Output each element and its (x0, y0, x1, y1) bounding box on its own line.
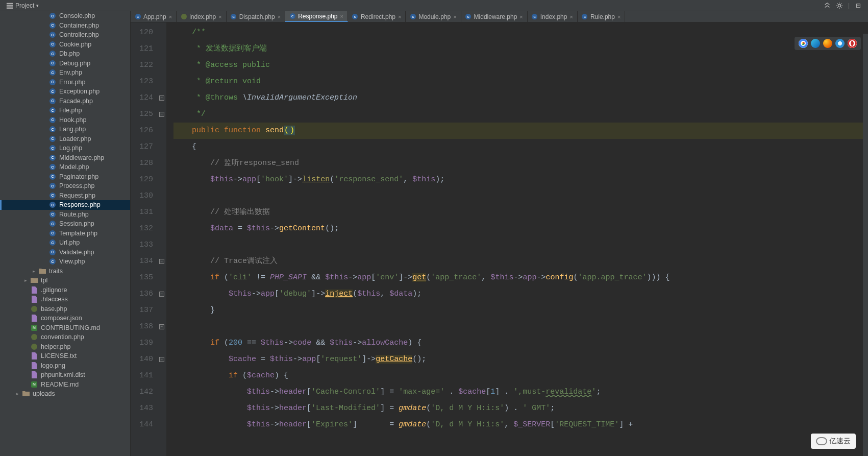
editor-tab[interactable]: CIndex.php× (528, 11, 578, 22)
code-line[interactable]: if (200 == $this->code && $this->allowCa… (173, 335, 868, 351)
chrome-icon[interactable] (799, 39, 808, 48)
tree-file[interactable]: CLoader.php (0, 134, 130, 144)
fold-marker[interactable] (157, 368, 166, 384)
tree-file[interactable]: CValidate.php (0, 248, 130, 257)
firefox-icon[interactable] (823, 39, 832, 48)
tree-folder[interactable]: ▸tpl (0, 276, 130, 285)
tree-file[interactable]: CDb.php (0, 49, 130, 59)
fold-marker[interactable] (157, 302, 166, 319)
close-icon[interactable]: × (278, 14, 281, 20)
editor-tab[interactable]: CResponse.php× (285, 11, 348, 22)
editor-tab[interactable]: index.php× (177, 11, 226, 22)
close-icon[interactable]: × (218, 14, 221, 20)
tree-file[interactable]: CTemplate.php (0, 229, 130, 238)
fold-marker[interactable] (157, 270, 166, 286)
code-line[interactable] (173, 188, 868, 204)
safari-icon[interactable] (835, 39, 845, 48)
tree-file[interactable]: base.php (0, 304, 130, 314)
code-line[interactable]: /** (173, 25, 868, 41)
fold-marker[interactable] (157, 41, 166, 57)
tree-file[interactable]: .htaccess (0, 295, 130, 304)
close-icon[interactable]: × (569, 14, 573, 20)
tree-file[interactable]: CModel.php (0, 162, 130, 172)
project-dropdown-button[interactable]: Project ▾ (3, 1, 42, 10)
hide-panel-icon[interactable]: ⊟ (855, 2, 862, 9)
scrollbar-track[interactable] (863, 34, 868, 456)
tree-file[interactable]: MREADME.md (0, 380, 130, 390)
code-line[interactable]: // 监听response_send (173, 155, 868, 172)
code-line[interactable]: $this->app['debug']->inject($this, $data… (173, 286, 868, 302)
fold-marker[interactable] (157, 221, 166, 237)
editor-tab[interactable]: CRule.php× (578, 11, 625, 22)
fold-marker[interactable] (157, 74, 166, 90)
chevron-right-icon[interactable]: ▸ (33, 269, 38, 274)
code-line[interactable]: * 发送数据到客户端 (173, 41, 868, 57)
tree-file[interactable]: composer.json (0, 314, 130, 323)
editor-tab[interactable]: CApp.php× (131, 11, 177, 22)
tree-file[interactable]: CEnv.php (0, 68, 130, 78)
tree-file[interactable]: CDebug.php (0, 59, 130, 68)
tree-file[interactable]: CCookie.php (0, 40, 130, 50)
code-line[interactable]: * @return void (173, 74, 868, 90)
code-line[interactable] (173, 319, 868, 335)
tree-file[interactable]: CProcess.php (0, 181, 130, 191)
collapse-all-icon[interactable] (824, 2, 831, 9)
fold-marker[interactable] (157, 204, 166, 221)
tree-file[interactable]: CController.php (0, 30, 130, 40)
fold-minus-icon[interactable]: − (159, 357, 164, 362)
tree-file[interactable]: CError.php (0, 78, 130, 87)
fold-marker[interactable]: − (157, 351, 166, 368)
fold-marker[interactable] (157, 123, 166, 139)
tree-file[interactable]: CFacade.php (0, 97, 130, 106)
tree-file[interactable]: helper.php (0, 342, 130, 352)
tree-file[interactable]: CRoute.php (0, 210, 130, 220)
tree-file[interactable]: CSession.php (0, 219, 130, 229)
editor-tab[interactable]: CMiddleware.php× (461, 11, 528, 22)
fold-marker[interactable] (157, 57, 166, 74)
tree-folder[interactable]: ▸traits (0, 267, 130, 276)
editor-tab[interactable]: CModule.php× (406, 11, 461, 22)
fold-minus-icon[interactable]: − (159, 95, 164, 101)
fold-marker[interactable] (157, 237, 166, 253)
fold-marker[interactable] (157, 139, 166, 155)
code-line[interactable] (173, 237, 868, 253)
fold-marker[interactable]: − (157, 90, 166, 106)
tree-file[interactable]: CContainer.php (0, 21, 130, 31)
chevron-right-icon[interactable]: ▸ (24, 278, 30, 283)
editor-body[interactable]: 1201211221231241251261271281291301311321… (131, 22, 868, 456)
tree-file[interactable]: CLang.php (0, 125, 130, 134)
close-icon[interactable]: × (398, 14, 401, 20)
chevron-right-icon[interactable]: ▸ (16, 391, 21, 396)
code-line[interactable]: public function send() (173, 123, 868, 139)
tree-file[interactable]: .gitignore (0, 285, 130, 295)
editor-tab[interactable]: CDispatch.php× (227, 11, 285, 22)
tree-file[interactable]: CView.php (0, 257, 130, 267)
tree-file[interactable]: CConsole.php (0, 11, 130, 21)
tree-file[interactable]: CException.php (0, 87, 130, 97)
fold-gutter[interactable]: −−−−−− (157, 22, 166, 456)
fold-marker[interactable] (157, 417, 166, 433)
tree-file[interactable]: MCONTRIBUTING.md (0, 323, 130, 333)
code-line[interactable]: */ (173, 106, 868, 123)
tree-file[interactable]: CRequest.php (0, 191, 130, 201)
code-line[interactable]: $data = $this->getContent(); (173, 221, 868, 237)
fold-marker[interactable]: − (157, 286, 166, 302)
fold-marker[interactable] (157, 25, 166, 41)
editor-tab[interactable]: CRedirect.php× (348, 11, 406, 22)
close-icon[interactable]: × (169, 14, 172, 20)
code-line[interactable]: // 处理输出数据 (173, 204, 868, 221)
gear-icon[interactable] (836, 2, 843, 9)
fold-marker[interactable] (157, 188, 166, 204)
code-line[interactable]: $cache = $this->app['request']->getCache… (173, 351, 868, 368)
fold-minus-icon[interactable]: − (159, 292, 164, 297)
fold-marker[interactable] (157, 172, 166, 188)
close-icon[interactable]: × (519, 14, 523, 20)
code-line[interactable]: $this->app['hook']->listen('response_sen… (173, 172, 868, 188)
code-line[interactable]: if ('cli' != PHP_SAPI && $this->app['env… (173, 270, 868, 286)
tree-file[interactable]: logo.png (0, 361, 130, 371)
opera-icon[interactable] (848, 39, 857, 48)
tree-file[interactable]: CFile.php (0, 106, 130, 115)
code-line[interactable]: * @access public (173, 57, 868, 74)
fold-minus-icon[interactable]: − (159, 324, 164, 329)
tree-file[interactable]: CResponse.php (0, 200, 130, 210)
